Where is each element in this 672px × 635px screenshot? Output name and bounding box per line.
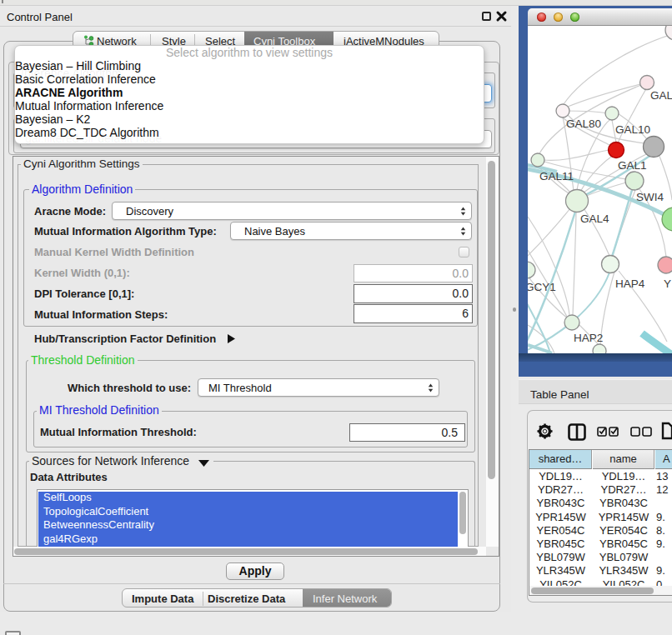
svg-text:GAL2: GAL2 bbox=[650, 89, 672, 102]
svg-text:HAP2: HAP2 bbox=[574, 332, 603, 344]
svg-text:SWI4: SWI4 bbox=[636, 191, 664, 203]
svg-text:GAL4: GAL4 bbox=[580, 212, 609, 225]
svg-text:GAL11: GAL11 bbox=[539, 170, 574, 182]
svg-text:HAP4: HAP4 bbox=[615, 278, 645, 290]
svg-text:GCY1: GCY1 bbox=[528, 281, 556, 293]
svg-text:Y: Y bbox=[664, 278, 671, 290]
svg-text:GAL1: GAL1 bbox=[618, 159, 647, 172]
svg-text:GAL10: GAL10 bbox=[615, 123, 650, 136]
svg-text:GAL80: GAL80 bbox=[566, 118, 601, 130]
